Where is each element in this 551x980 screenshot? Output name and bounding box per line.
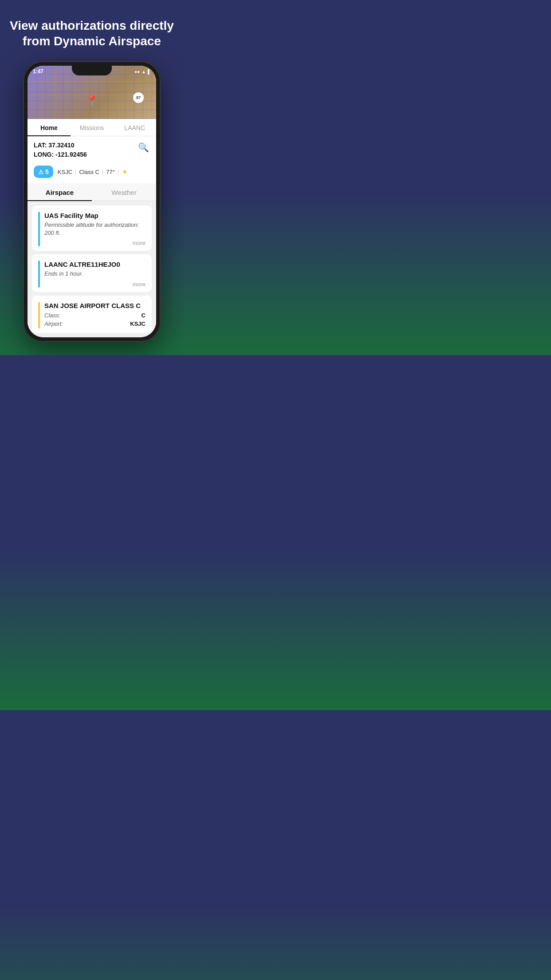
sun-icon: ☀ [122, 168, 128, 176]
card-bar-blue-1 [38, 212, 40, 246]
card-content-1: UAS Facility Map Permissible altitude fo… [44, 212, 146, 246]
card-more-1[interactable]: more [44, 240, 146, 246]
highway-marker: 87 [133, 92, 144, 103]
cards-area: UAS Facility Map Permissible altitude fo… [28, 201, 156, 337]
airport-info: KSJC | Class C | 77° | ☀ [58, 168, 128, 176]
airport-code: KSJC [58, 169, 72, 175]
headline: View authorizations directly from Dynami… [10, 18, 174, 49]
status-time: 1:47 [33, 68, 43, 75]
search-icon: 🔍 [138, 142, 149, 153]
lat-label: LAT: [34, 142, 47, 149]
tab-home[interactable]: Home [28, 119, 71, 136]
long-label: LONG: [34, 151, 54, 158]
card-content-3: SAN JOSE AIRPORT CLASS C Class: C Airpor… [44, 302, 146, 328]
signal-icon: ●● [134, 69, 140, 74]
divider-1: | [75, 169, 76, 175]
class-value: C [142, 312, 146, 319]
card-uas-facility[interactable]: UAS Facility Map Permissible altitude fo… [32, 205, 152, 251]
airport-value: KSJC [130, 320, 146, 327]
class-label: Class: [44, 312, 60, 319]
warning-triangle-icon: ⚠ [38, 169, 43, 175]
status-icons: ●● ▲ ▌ [134, 69, 151, 74]
tab-weather[interactable]: Weather [92, 183, 156, 201]
card-bar-yellow [38, 302, 40, 328]
divider-3: | [118, 169, 119, 175]
top-tab-bar: Home Missions LAANC [28, 119, 156, 136]
card-laanc[interactable]: LAANC ALTRE11HEJO0 Ends in 1 hour. more [32, 254, 152, 292]
card-more-2[interactable]: more [44, 281, 146, 288]
notch-bar: 1:47 ●● ▲ ▌ [28, 66, 156, 77]
section-tab-bar: Airspace Weather [28, 183, 156, 201]
headline-line1: View authorizations directly [10, 19, 174, 32]
badge-count: 5 [45, 168, 49, 175]
card-airport[interactable]: SAN JOSE AIRPORT CLASS C Class: C Airpor… [32, 296, 152, 333]
search-button[interactable]: 🔍 [137, 141, 150, 154]
battery-icon: ▌ [148, 69, 151, 74]
lat-value: 37.32410 [48, 142, 74, 149]
info-strip: ⚠ 5 KSJC | Class C | 77° | ☀ [28, 163, 156, 183]
card-title-1: UAS Facility Map [44, 212, 146, 219]
phone-inner: 📍 87 1:47 ●● ▲ ▌ Home Missions [28, 66, 156, 337]
card-subtitle-2: Ends in 1 hour. [44, 270, 146, 278]
class-row: Class: C [44, 311, 146, 320]
tab-missions[interactable]: Missions [71, 119, 114, 136]
airport-row: Airport: KSJC [44, 320, 146, 328]
card-bar-blue-2 [38, 261, 40, 287]
map-location-pin: 📍 [86, 95, 98, 107]
wifi-icon: ▲ [142, 69, 146, 74]
airport-label: Airport: [44, 320, 63, 327]
coordinates-text: LAT: 37.32410 LONG: -121.92456 [34, 141, 87, 159]
airspace-class: Class C [79, 169, 99, 175]
temperature: 77° [106, 169, 115, 175]
coordinates-row: LAT: 37.32410 LONG: -121.92456 🔍 [28, 136, 156, 163]
headline-line2: from Dynamic Airspace [23, 34, 161, 48]
map-area: 📍 87 1:47 ●● ▲ ▌ [28, 66, 156, 119]
phone-frame: 📍 87 1:47 ●● ▲ ▌ Home Missions [23, 61, 161, 342]
tab-laanc[interactable]: LAANC [113, 119, 156, 136]
warning-badge[interactable]: ⚠ 5 [34, 166, 53, 178]
card-subtitle-1: Permissible altitude for authorization: … [44, 221, 146, 237]
tab-airspace[interactable]: Airspace [28, 183, 92, 201]
card-title-2: LAANC ALTRE11HEJO0 [44, 261, 146, 268]
card-title-3: SAN JOSE AIRPORT CLASS C [44, 302, 146, 309]
long-value: -121.92456 [55, 151, 87, 158]
card-content-2: LAANC ALTRE11HEJO0 Ends in 1 hour. more [44, 261, 146, 287]
divider-2: | [102, 169, 103, 175]
